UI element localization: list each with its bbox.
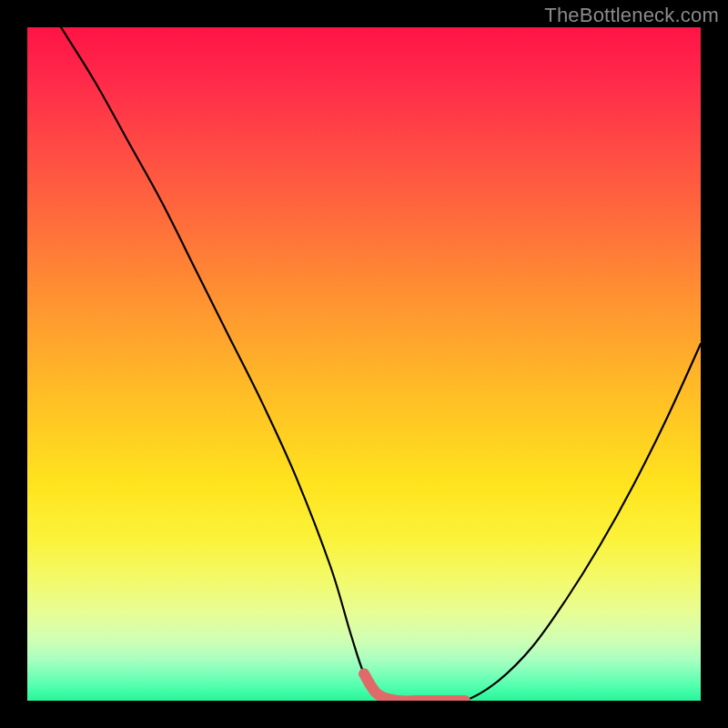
watermark-label: TheBottleneck.com [544,4,719,27]
plot-area [27,27,701,701]
chart-frame: TheBottleneck.com [0,0,728,728]
bottom-highlight-path [364,673,465,701]
bottleneck-curve-path [61,27,701,701]
chart-svg [27,27,701,701]
